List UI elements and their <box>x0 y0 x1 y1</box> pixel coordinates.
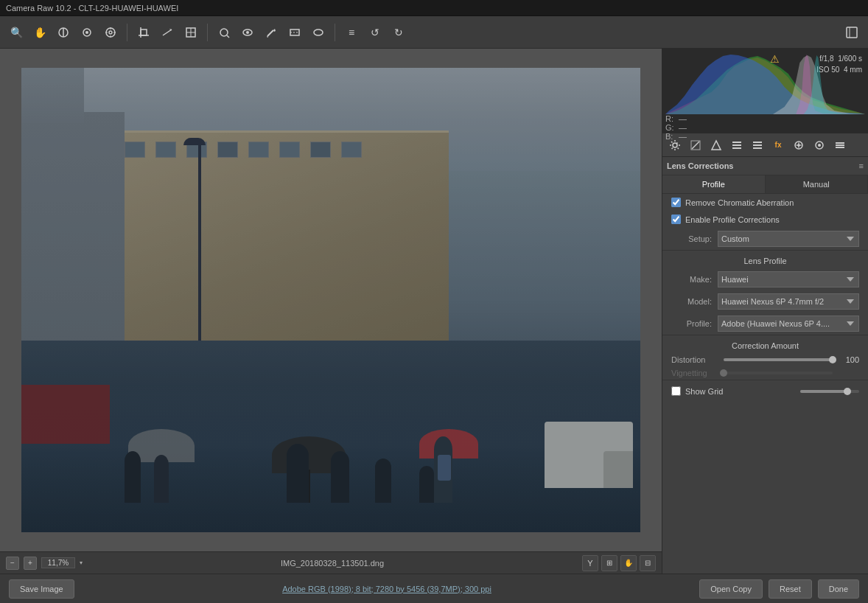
zoom-out-btn[interactable]: − <box>6 557 19 570</box>
lens-corrections-title: Lens Corrections ≡ <box>662 157 868 175</box>
canvas-right-tools: Y ⊞ ✋ ⊟ <box>582 555 656 571</box>
show-grid-label[interactable]: Show Grid <box>685 387 723 396</box>
make-row: Make: Huawei <box>662 268 868 290</box>
filename: IMG_20180328_113501.dng <box>87 559 578 568</box>
setup-select[interactable]: Custom Default Auto <box>718 231 859 247</box>
setup-row: Setup: Custom Default Auto <box>662 228 868 250</box>
svg-rect-43 <box>836 147 844 148</box>
photo-display <box>21 68 640 532</box>
open-copy-btn[interactable]: Open Copy <box>699 579 763 599</box>
svg-rect-36 <box>753 144 762 146</box>
tab-manual[interactable]: Manual <box>766 175 869 193</box>
svg-rect-37 <box>753 147 762 149</box>
model-label: Model: <box>671 297 712 306</box>
zoom-dropdown-arrow[interactable]: ▾ <box>80 560 83 566</box>
zoom-level: 11,7% <box>41 557 75 568</box>
panel-menu-icon[interactable]: ≡ <box>859 161 864 170</box>
svg-rect-34 <box>732 147 741 149</box>
svg-point-21 <box>246 31 249 34</box>
svg-point-26 <box>314 29 323 35</box>
open-dialog-btn[interactable] <box>841 22 862 43</box>
enable-profile-row: Enable Profile Corrections <box>662 211 868 228</box>
enable-profile-label[interactable]: Enable Profile Corrections <box>685 215 780 224</box>
preferences-btn[interactable]: ≡ <box>341 22 362 43</box>
targeted-adj-tool[interactable] <box>100 22 121 43</box>
app-title: Camera Raw 10.2 - CLT-L29-HUAWEI-HUAWEI <box>6 4 178 13</box>
separator-2 <box>207 24 208 41</box>
svg-rect-10 <box>141 29 147 35</box>
vignetting-slider <box>724 372 833 374</box>
make-select[interactable]: Huawei <box>718 271 859 287</box>
canvas-area: − + 11,7% ▾ IMG_20180328_113501.dng Y ⊞ … <box>0 49 662 574</box>
tab-profile[interactable]: Profile <box>662 175 766 193</box>
show-grid-row: Show Grid <box>662 380 868 402</box>
distortion-value: 100 <box>837 355 859 364</box>
svg-point-5 <box>109 31 112 34</box>
svg-rect-35 <box>753 142 762 143</box>
color-sampler-tool[interactable] <box>77 22 97 43</box>
canvas-tool-hand2[interactable]: ✋ <box>620 555 637 571</box>
red-eye-tool[interactable] <box>237 22 258 43</box>
svg-rect-27 <box>847 27 857 38</box>
distortion-label: Distortion <box>671 355 719 364</box>
reset-btn[interactable]: Reset <box>769 579 812 599</box>
distortion-slider[interactable] <box>724 358 833 361</box>
save-image-btn[interactable]: Save Image <box>9 579 74 599</box>
remove-chromatic-label[interactable]: Remove Chromatic Aberration <box>685 198 794 207</box>
profile-manual-tabs: Profile Manual <box>662 175 868 194</box>
radial-filter-tool[interactable] <box>308 22 329 43</box>
rotate-cw-btn[interactable]: ↻ <box>388 22 409 43</box>
white-balance-tool[interactable] <box>53 22 74 43</box>
bottom-info[interactable]: Adobe RGB (1998); 8 bit; 7280 by 5456 (3… <box>80 585 694 593</box>
rotate-ccw-btn[interactable]: ↺ <box>365 22 385 43</box>
separator-1 <box>127 24 127 41</box>
panel-content: Lens Corrections ≡ Profile Manual Remove… <box>662 157 868 574</box>
straighten-tool[interactable] <box>157 22 178 43</box>
histogram-display <box>665 52 865 114</box>
grid-opacity-slider[interactable] <box>800 390 859 393</box>
spot-removal-tool[interactable] <box>214 22 234 43</box>
histogram: ⚠ f/1,8 1/600 s ISO 50 4 mm <box>662 49 868 133</box>
crop-tool[interactable] <box>133 22 154 43</box>
rgb-readout: R: — G: — B: — <box>665 114 865 141</box>
svg-rect-42 <box>836 144 844 146</box>
vignetting-label: Vignetting <box>671 369 719 377</box>
profile-row: Profile: Adobe (Huawei Nexus 6P 4.... <box>662 313 868 335</box>
svg-line-13 <box>163 29 172 35</box>
remove-chromatic-row: Remove Chromatic Aberration <box>662 194 868 211</box>
lens-profile-title: Lens Profile <box>662 250 868 268</box>
svg-point-3 <box>85 31 88 34</box>
histogram-svg <box>665 52 865 114</box>
canvas-tool-grid[interactable]: ⊞ <box>601 555 617 571</box>
show-grid-checkbox[interactable] <box>671 386 681 396</box>
svg-marker-31 <box>712 141 721 150</box>
transform-tool[interactable] <box>181 22 201 43</box>
svg-line-22 <box>267 30 273 36</box>
profile-label: Profile: <box>671 319 712 328</box>
grad-filter-tool[interactable] <box>284 22 305 43</box>
adj-brush-tool[interactable] <box>261 22 281 43</box>
svg-point-40 <box>818 144 821 147</box>
svg-rect-41 <box>836 142 844 144</box>
setup-label: Setup: <box>671 234 712 243</box>
model-row: Model: Huawei Nexus 6P 4.7mm f/2 <box>662 290 868 313</box>
profile-select[interactable]: Adobe (Huawei Nexus 6P 4.... <box>718 316 859 332</box>
hand-tool[interactable]: ✋ <box>29 22 50 43</box>
svg-marker-23 <box>273 29 276 32</box>
model-select[interactable]: Huawei Nexus 6P 4.7mm f/2 <box>718 293 859 310</box>
enable-profile-checkbox[interactable] <box>671 215 681 224</box>
done-btn[interactable]: Done <box>818 579 859 599</box>
main-layout: − + 11,7% ▾ IMG_20180328_113501.dng Y ⊞ … <box>0 49 868 574</box>
zoom-tool[interactable]: 🔍 <box>6 22 27 43</box>
toolbar: 🔍 ✋ ≡ ↺ ↻ <box>0 16 868 49</box>
canvas-tool-y[interactable]: Y <box>582 555 598 571</box>
svg-rect-33 <box>732 144 741 146</box>
right-panel: ⚠ f/1,8 1/600 s ISO 50 4 mm <box>662 49 868 574</box>
canvas-tool-slider[interactable]: ⊟ <box>640 555 656 571</box>
separator-3 <box>335 24 335 41</box>
svg-point-29 <box>673 143 677 147</box>
remove-chromatic-checkbox[interactable] <box>671 198 681 207</box>
zoom-in-btn[interactable]: + <box>24 557 37 570</box>
correction-amount-title: Correction Amount <box>662 335 868 353</box>
svg-rect-32 <box>732 142 741 143</box>
